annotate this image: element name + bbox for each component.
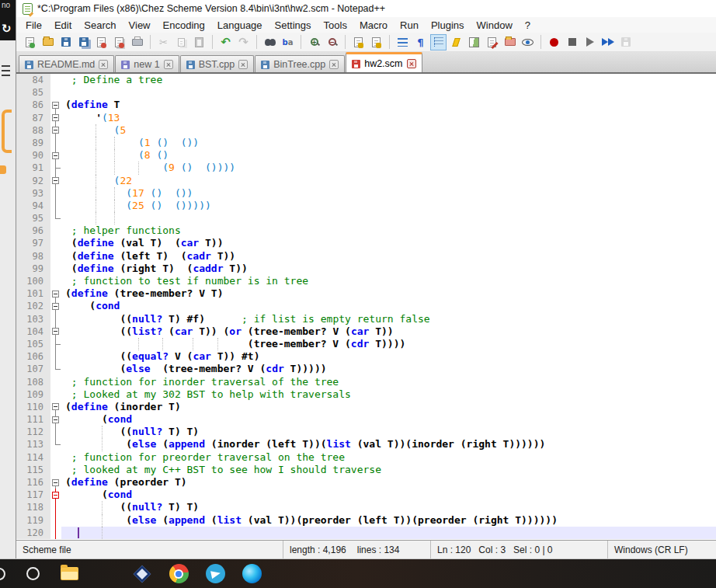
fold-margin-cell[interactable] [50,99,61,111]
menu-bar: FileEditSearchViewEncodingLanguageSettin… [16,17,716,33]
menu-window[interactable]: Window [471,18,519,33]
taskbar-edge-icon[interactable] [240,559,263,588]
tab-hw2-scm[interactable]: hw2.scm [346,52,422,73]
code-line: 117 (cond [16,489,716,501]
toolbar-folder-workspace-button[interactable] [502,34,518,50]
toolbar-doc-list-button[interactable] [484,34,500,50]
toolbar-word-wrap-button[interactable] [394,34,411,50]
menu-macro[interactable]: Macro [353,18,394,33]
taskbar-telegram-icon[interactable] [203,559,227,588]
toolbar-copy-button[interactable] [173,34,189,50]
fold-margin-cell[interactable] [50,401,61,413]
fold-collapse-icon[interactable] [52,479,59,486]
toolbar-find-button[interactable] [262,34,278,50]
tab-bintree-cpp[interactable]: BinTree.cpp [255,55,345,73]
tab-close-icon[interactable] [407,59,416,68]
fold-collapse-icon[interactable] [52,492,59,499]
fold-collapse-icon[interactable] [52,152,59,159]
toolbar-close-button[interactable] [93,34,109,50]
toolbar-save-all-button[interactable] [75,34,92,50]
tab-close-icon[interactable] [164,60,173,69]
toolbar-udl-dialog-button[interactable] [448,34,464,50]
fold-margin-cell[interactable] [50,112,61,124]
fold-margin-cell[interactable] [50,489,61,501]
toolbar-show-all-chars-button[interactable]: ¶ [412,34,429,50]
taskbar-chrome-icon[interactable] [167,559,190,588]
fold-margin-cell[interactable] [50,287,61,300]
toolbar-zoom-out-button[interactable]: − [324,34,340,50]
toolbar-doc-map-button[interactable] [466,34,482,50]
taskbar-search-circle-icon[interactable] [21,559,44,588]
toolbar-indent-guide-button[interactable] [430,34,447,50]
toolbar-close-all-button[interactable] [111,34,127,50]
toolbar-undo-button[interactable]: ↶ [217,34,234,50]
tab-bst-cpp[interactable]: BST.cpp [180,55,255,73]
menu-settings[interactable]: Settings [269,18,318,33]
fold-margin-cell[interactable] [50,413,61,426]
toolbar-macro-run-multiple-button[interactable] [600,34,616,50]
tab-close-icon[interactable] [329,60,339,69]
saved-floppy-icon [186,61,195,69]
fold-collapse-icon[interactable] [52,328,59,335]
toolbar-sync-v-scroll-button[interactable] [350,34,367,50]
taskbar-start-partial-icon[interactable] [0,559,8,588]
fold-collapse-icon[interactable] [52,416,59,423]
menu-file[interactable]: File [19,18,48,33]
tab-new-1[interactable]: new 1 [115,55,179,73]
toolbar-monitoring-button[interactable] [520,34,536,50]
tab-close-icon[interactable] [99,60,108,69]
toolbar-print-button[interactable] [129,34,145,50]
toolbar-cut-button[interactable]: ✂ [155,34,172,50]
menu-run[interactable]: Run [394,18,425,33]
menu-tools[interactable]: Tools [318,18,353,33]
print-icon [132,39,143,46]
toolbar-open-file-button[interactable] [40,34,56,50]
editor-code-area[interactable]: 84 ; Define a tree8586(define T87 '(1388… [16,72,716,540]
toolbar-macro-record-button[interactable] [546,34,562,50]
fold-collapse-icon[interactable] [52,291,59,297]
tab-readme-md[interactable]: README.md [19,55,114,73]
fold-margin-cell[interactable] [50,476,61,489]
code-line: 112 ((null? T) T) [16,426,716,438]
fold-collapse-icon[interactable] [52,403,59,410]
toolbar-save-button[interactable] [57,34,74,50]
toolbar-replace-button[interactable]: ba [280,34,296,50]
toolbar-macro-play-button[interactable] [582,34,598,50]
fold-collapse-icon[interactable] [52,303,59,310]
tab-close-icon[interactable] [238,60,248,69]
fold-margin-cell[interactable] [50,149,61,162]
menu-view[interactable]: View [123,18,157,33]
toolbar-macro-stop-button[interactable] [564,34,580,50]
toolbar-redo-button[interactable]: ↷ [235,34,252,50]
menu-plugins[interactable]: Plugins [425,18,471,33]
taskbar-virtualbox-icon[interactable] [130,559,154,588]
fold-collapse-icon[interactable] [52,102,59,109]
tab-label: hw2.scm [364,58,402,69]
toolbar-zoom-in-button[interactable]: + [306,34,322,50]
code-line-text: (cond [61,489,716,501]
toolbar-new-file-button[interactable] [22,34,38,50]
taskbar-file-explorer-icon[interactable] [57,559,81,588]
fold-margin-cell[interactable] [50,124,61,137]
menu-edit[interactable]: Edit [48,18,78,33]
menu-help[interactable]: ? [519,18,537,33]
toolbar-macro-save-button[interactable] [617,34,634,50]
fold-collapse-icon[interactable] [52,114,59,121]
refresh-icon[interactable]: ↻ [2,22,12,36]
menu-icon[interactable] [2,65,10,79]
menu-search[interactable]: Search [78,18,122,33]
menu-encoding[interactable]: Encoding [157,18,211,33]
fold-collapse-icon[interactable] [52,127,59,134]
close-icon [97,37,106,47]
fold-margin-cell[interactable] [50,300,61,312]
menu-language[interactable]: Language [211,18,269,33]
fold-collapse-icon[interactable] [52,177,59,184]
saved-floppy-icon [121,61,130,69]
fold-margin-cell[interactable] [50,175,61,187]
toolbar-separator [540,35,541,49]
toolbar-sync-h-scroll-button[interactable] [368,34,384,50]
fold-margin-cell[interactable] [50,325,61,338]
redo-icon: ↷ [238,37,249,48]
toolbar-paste-button[interactable] [191,34,207,50]
taskbar-notepad-plus-plus-icon[interactable] [94,559,117,588]
